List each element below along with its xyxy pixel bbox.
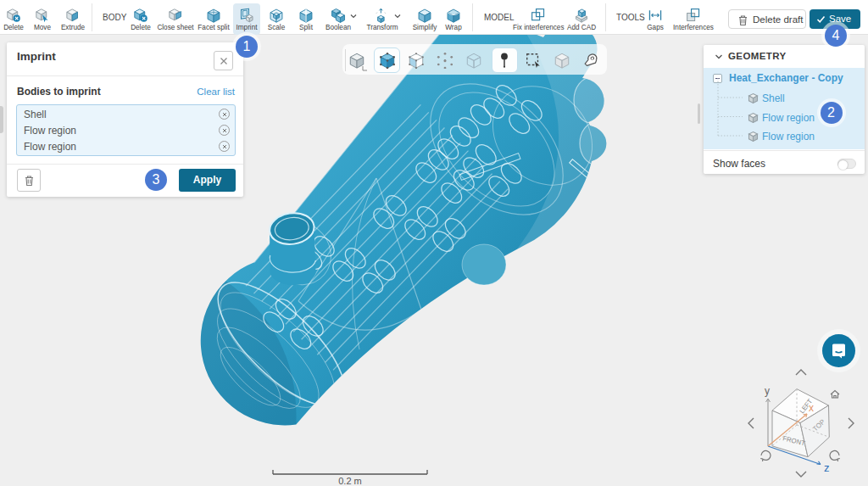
svg-text:y: y [765,385,770,397]
svg-text:0.2 m: 0.2 m [338,476,362,486]
svg-text:z: z [824,461,830,474]
svg-text:x: x [809,402,814,414]
